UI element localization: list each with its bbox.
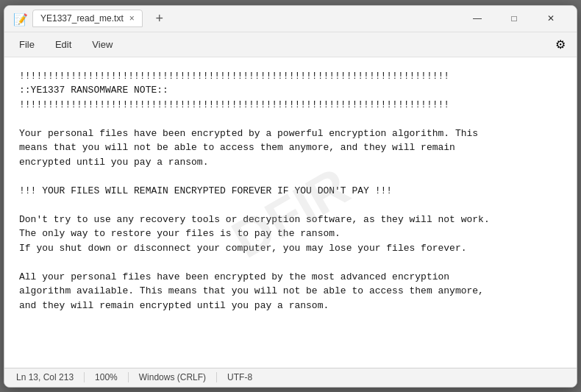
menu-items: File Edit View (10, 36, 121, 53)
settings-icon[interactable]: ⚙ (550, 34, 571, 54)
status-bar: Ln 13, Col 213 100% Windows (CRLF) UTF-8 (4, 368, 577, 387)
menu-file[interactable]: File (10, 36, 43, 53)
tab-title: YE1337_read_me.txt (40, 13, 124, 24)
minimize-button[interactable]: — (460, 7, 494, 29)
app-icon: 📝 (13, 13, 25, 24)
window-controls: — □ ✕ (460, 7, 568, 29)
title-bar: 📝 YE1337_read_me.txt × + — □ ✕ (4, 6, 577, 32)
title-bar-left: 📝 YE1337_read_me.txt × + (13, 9, 460, 28)
editor-area[interactable]: DFIR !!!!!!!!!!!!!!!!!!!!!!!!!!!!!!!!!!!… (4, 57, 577, 368)
cursor-position: Ln 13, Col 213 (16, 372, 85, 382)
menu-view[interactable]: View (83, 36, 121, 53)
menu-edit[interactable]: Edit (46, 36, 80, 53)
encoding: UTF-8 (217, 372, 263, 382)
menu-bar: File Edit View ⚙ (4, 32, 577, 57)
new-tab-button[interactable]: + (150, 9, 169, 28)
notepad-window: 📝 YE1337_read_me.txt × + — □ ✕ File Edit… (4, 5, 577, 388)
tab-close-button[interactable]: × (129, 13, 135, 24)
close-button[interactable]: ✕ (534, 7, 568, 29)
zoom-level: 100% (85, 372, 129, 382)
title-tab[interactable]: YE1337_read_me.txt × (32, 10, 143, 27)
line-ending: Windows (CRLF) (129, 372, 217, 382)
maximize-button[interactable]: □ (497, 7, 531, 29)
editor-content: !!!!!!!!!!!!!!!!!!!!!!!!!!!!!!!!!!!!!!!!… (19, 69, 562, 313)
